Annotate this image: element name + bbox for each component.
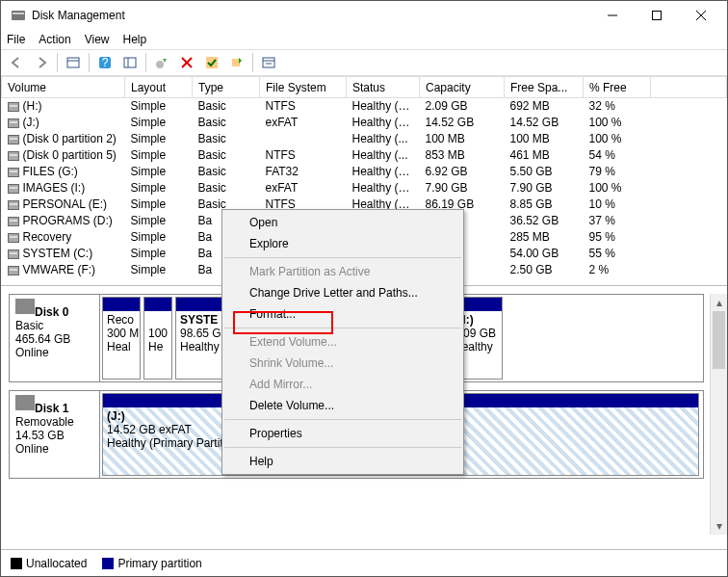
menu-item-change-drive-letter-and-paths[interactable]: Change Drive Letter and Paths... [222,282,463,303]
scroll-down-icon[interactable]: ▾ [711,517,727,535]
table-row[interactable]: (Disk 0 partition 5)SimpleBasicNTFSHealt… [2,147,727,164]
show-hide-button[interactable] [62,51,85,74]
svg-rect-1 [13,13,24,14]
back-button[interactable] [5,51,28,74]
svg-rect-16 [232,59,240,66]
volume-icon [8,184,19,194]
menu-view[interactable]: View [85,33,110,46]
menu-separator [224,419,461,420]
svg-rect-10 [124,58,136,67]
disk-icon [15,395,35,410]
volume-icon [8,249,19,259]
svg-rect-6 [67,58,79,67]
context-menu: OpenExploreMark Partition as ActiveChang… [221,209,464,475]
window-title: Disk Management [32,9,590,22]
volume-icon [8,200,19,210]
volume-icon [8,233,19,243]
check-button[interactable] [200,51,223,74]
menu-item-extend-volume: Extend Volume... [222,331,463,353]
table-row[interactable]: (J:)SimpleBasicexFATHealthy (P...14.52 G… [2,115,727,131]
titlebar: Disk Management [1,1,727,30]
volume-icon [8,102,19,112]
legend-primary: Primary partition [117,557,201,570]
disk-label[interactable]: Disk 1Removable14.53 GBOnline [10,391,100,478]
volume-icon [8,118,19,128]
volume-icon [8,151,19,161]
primary-swatch [102,558,114,569]
menubar: File Action View Help [1,30,727,49]
table-row[interactable]: FILES (G:)SimpleBasicFAT32Healthy (P...6… [2,164,727,180]
menu-separator [224,447,461,448]
table-row[interactable]: (Disk 0 partition 2)SimpleBasicHealthy (… [2,131,727,147]
volume-icon [8,266,19,275]
scroll-thumb[interactable] [713,311,725,369]
svg-rect-17 [263,58,274,67]
menu-item-explore[interactable]: Explore [222,233,463,254]
col-status[interactable]: Status [347,77,420,98]
svg-text:?: ? [102,56,109,69]
menu-separator [224,328,461,328]
partition[interactable]: 100He [143,297,172,380]
svg-rect-3 [653,12,662,20]
menu-item-mark-partition-as-active: Mark Partition as Active [222,261,463,282]
col-type[interactable]: Type [193,77,260,98]
toolbar: ? [1,49,727,76]
forward-button[interactable] [30,51,53,74]
menu-item-open[interactable]: Open [222,212,463,233]
col-layout[interactable]: Layout [125,77,193,98]
col-capacity[interactable]: Capacity [420,77,505,98]
delete-button[interactable] [175,51,198,74]
unallocated-swatch [11,558,22,569]
refresh-button[interactable] [150,51,173,74]
menu-item-format[interactable]: Format... [222,303,463,325]
disk-icon [15,299,35,314]
table-row[interactable]: IMAGES (I:)SimpleBasicexFATHealthy (P...… [2,180,727,197]
menu-item-help[interactable]: Help [222,451,463,472]
properties-button[interactable] [257,51,280,74]
menu-item-properties[interactable]: Properties [222,423,463,444]
legend-unallocated: Unallocated [26,557,87,570]
scrollbar[interactable]: ▴ ▾ [710,294,727,535]
menu-item-shrink-volume: Shrink Volume... [222,353,463,374]
help-button[interactable]: ? [93,51,117,74]
minimize-button[interactable] [590,1,635,30]
svg-point-12 [156,61,164,68]
volume-icon [8,135,19,144]
menu-action[interactable]: Action [39,33,70,46]
volume-icon [8,168,19,177]
menu-help[interactable]: Help [123,33,147,46]
app-icon [11,8,26,23]
menu-item-add-mirror: Add Mirror... [222,374,463,395]
menu-item-delete-volume[interactable]: Delete Volume... [222,395,463,416]
col-volume[interactable]: Volume [2,77,125,98]
scroll-up-icon[interactable]: ▴ [711,294,727,311]
menu-file[interactable]: File [7,33,25,46]
rescan-button[interactable] [225,51,248,74]
menu-separator [224,257,461,258]
table-row[interactable]: (H:)SimpleBasicNTFSHealthy (P...2.09 GB6… [2,98,727,115]
close-button[interactable] [679,1,723,30]
partition[interactable]: Reco300 MHeal [102,297,141,380]
volume-icon [8,217,19,226]
settings-button[interactable] [118,51,142,74]
maximize-button[interactable] [635,1,679,30]
col-free[interactable]: Free Spa... [505,77,584,98]
svg-rect-15 [206,57,218,68]
col-pct[interactable]: % Free [584,77,651,98]
legend: Unallocated Primary partition [1,549,727,576]
svg-rect-0 [12,11,25,20]
disk-label[interactable]: Disk 0Basic465.64 GBOnline [10,295,100,381]
column-headers[interactable]: Volume Layout Type File System Status Ca… [2,77,727,98]
col-fs[interactable]: File System [260,77,347,98]
